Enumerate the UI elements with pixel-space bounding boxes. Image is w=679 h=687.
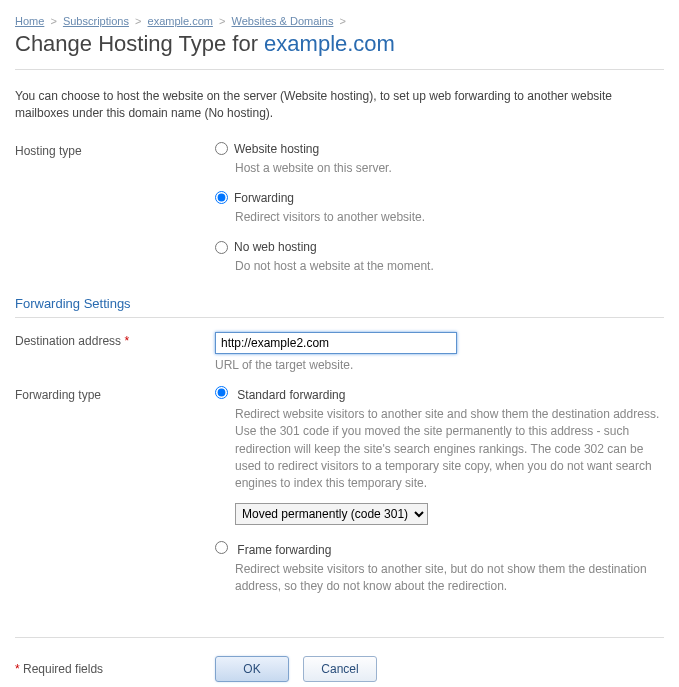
- radio-forwarding-label: Forwarding: [234, 191, 294, 205]
- crumb-subscriptions[interactable]: Subscriptions: [63, 15, 129, 27]
- forwarding-settings-heading: Forwarding Settings: [15, 296, 664, 318]
- title-domain: example.com: [264, 31, 395, 56]
- radio-frame-forwarding-label: Frame forwarding: [237, 543, 331, 557]
- title-prefix: Change Hosting Type for: [15, 31, 264, 56]
- destination-input[interactable]: [215, 332, 457, 354]
- destination-hint: URL of the target website.: [215, 358, 664, 372]
- crumb-sep: >: [50, 15, 56, 27]
- hosting-type-label: Hosting type: [15, 142, 215, 158]
- radio-forwarding-hint: Redirect visitors to another website.: [235, 209, 664, 226]
- radio-no-hosting-hint: Do not host a website at the moment.: [235, 258, 664, 275]
- radio-no-hosting-label: No web hosting: [234, 240, 317, 254]
- destination-label: Destination address *: [15, 332, 215, 348]
- radio-frame-forwarding-input[interactable]: [215, 541, 228, 554]
- crumb-domain[interactable]: example.com: [148, 15, 213, 27]
- required-star: *: [15, 662, 20, 676]
- radio-no-hosting-input[interactable]: [215, 241, 228, 254]
- intro-text: You can choose to host the website on th…: [15, 88, 664, 122]
- ok-button[interactable]: OK: [215, 656, 289, 682]
- radio-forwarding-input[interactable]: [215, 191, 228, 204]
- destination-label-text: Destination address: [15, 334, 121, 348]
- crumb-sep: >: [135, 15, 141, 27]
- standard-forwarding-hint: Redirect website visitors to another sit…: [235, 406, 664, 493]
- forwarding-type-label: Forwarding type: [15, 386, 215, 402]
- radio-frame-forwarding[interactable]: Frame forwarding: [215, 543, 331, 557]
- crumb-home[interactable]: Home: [15, 15, 44, 27]
- divider: [15, 69, 664, 70]
- radio-forwarding[interactable]: Forwarding: [215, 191, 664, 205]
- radio-no-hosting[interactable]: No web hosting: [215, 240, 664, 254]
- redirect-code-select[interactable]: Moved permanently (code 301): [235, 503, 428, 525]
- radio-standard-forwarding[interactable]: Standard forwarding: [215, 388, 345, 402]
- required-star: *: [124, 334, 129, 348]
- radio-website-hosting-hint: Host a website on this server.: [235, 160, 664, 177]
- page-title: Change Hosting Type for example.com: [15, 31, 664, 57]
- crumb-websites[interactable]: Websites & Domains: [232, 15, 334, 27]
- radio-standard-forwarding-input[interactable]: [215, 386, 228, 399]
- radio-website-hosting-label: Website hosting: [234, 142, 319, 156]
- crumb-sep: >: [339, 15, 345, 27]
- required-fields-text: Required fields: [23, 662, 103, 676]
- radio-website-hosting-input[interactable]: [215, 142, 228, 155]
- breadcrumb: Home > Subscriptions > example.com > Web…: [15, 15, 664, 27]
- required-fields-note: * Required fields: [15, 662, 215, 676]
- frame-forwarding-hint: Redirect website visitors to another sit…: [235, 561, 664, 596]
- cancel-button[interactable]: Cancel: [303, 656, 377, 682]
- crumb-sep: >: [219, 15, 225, 27]
- radio-standard-forwarding-label: Standard forwarding: [237, 388, 345, 402]
- radio-website-hosting[interactable]: Website hosting: [215, 142, 664, 156]
